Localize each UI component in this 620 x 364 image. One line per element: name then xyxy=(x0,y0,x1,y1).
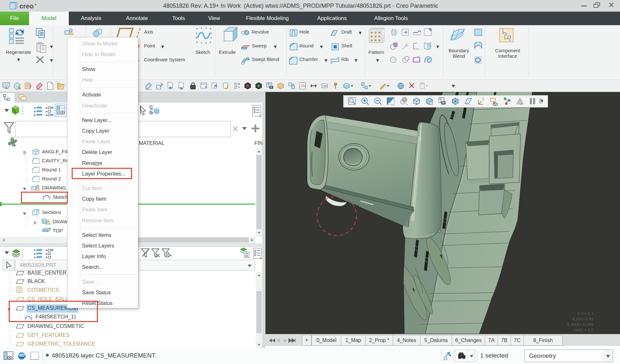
svg-text:15x: 15x xyxy=(300,84,306,88)
svg-text:DIM: DIM xyxy=(322,85,327,87)
svg-text:creo: creo xyxy=(19,2,34,10)
